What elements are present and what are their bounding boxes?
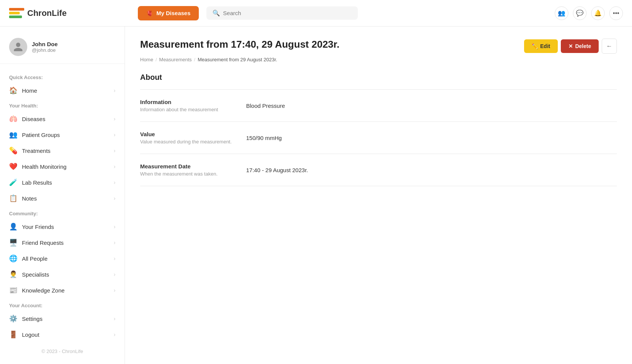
- chevron-right-icon: ›: [114, 163, 115, 170]
- back-button[interactable]: ←: [602, 39, 617, 54]
- info-label-information: Information: [140, 99, 246, 105]
- logo-bar-1: [9, 8, 24, 11]
- page-title: Measurement from 17:40, 29 August 2023r.: [140, 39, 339, 50]
- edit-button[interactable]: ✏️ Edit: [524, 39, 558, 53]
- nav-label-specialists: Specialists: [22, 271, 49, 278]
- info-row-information: Information Information about the measur…: [140, 90, 617, 122]
- sidebar-item-lab-results[interactable]: 🧪 Lab Results ›: [0, 174, 125, 190]
- search-input[interactable]: [223, 10, 352, 16]
- info-value-value: 150/90 mmHg: [246, 131, 617, 145]
- chat-icon-button[interactable]: 💬: [573, 6, 587, 20]
- user-name: John Doe: [32, 41, 58, 47]
- your-account-label: Your Account:: [0, 300, 125, 311]
- people-icon-button[interactable]: 👥: [555, 6, 568, 20]
- chevron-right-icon: ›: [114, 224, 115, 230]
- breadcrumb-measurements[interactable]: Measurements: [159, 57, 192, 62]
- my-diseases-button[interactable]: 🫀 My Diseases: [138, 6, 199, 20]
- avatar: [9, 38, 27, 56]
- sidebar-item-treatments[interactable]: 💊 Treatments ›: [0, 143, 125, 159]
- health-monitoring-icon: ❤️: [9, 162, 17, 171]
- chevron-right-icon: ›: [114, 287, 115, 293]
- page-header: Measurement from 17:40, 29 August 2023r.…: [140, 39, 617, 54]
- delete-label: Delete: [575, 43, 591, 49]
- breadcrumb-home[interactable]: Home: [140, 57, 153, 62]
- notification-icon-button[interactable]: 🔔: [591, 6, 605, 20]
- chevron-right-icon: ›: [114, 116, 115, 122]
- breadcrumb: Home / Measurements / Measurement from 2…: [140, 57, 617, 62]
- search-area: 🔍: [206, 6, 358, 20]
- home-icon: 🏠: [9, 86, 17, 95]
- info-value-measurement-date: 17:40 - 29 August 2023r.: [246, 163, 617, 177]
- friend-requests-icon: 🖥️: [9, 238, 17, 247]
- sidebar-item-settings[interactable]: ⚙️ Settings ›: [0, 311, 125, 327]
- info-label-value: Value: [140, 131, 246, 137]
- sidebar-item-diseases[interactable]: 🫁 Diseases ›: [0, 111, 125, 127]
- more-options-button[interactable]: •••: [609, 6, 623, 20]
- sidebar: John Doe @john.doe Quick Access: 🏠 Home …: [0, 26, 125, 364]
- layout: John Doe @john.doe Quick Access: 🏠 Home …: [0, 26, 632, 364]
- logo-text: ChronLife: [27, 8, 67, 18]
- page-actions: ✏️ Edit ✕ Delete ←: [524, 39, 617, 54]
- sidebar-item-logout[interactable]: 🚪 Logout ›: [0, 327, 125, 342]
- nav-label-your-friends: Your Friends: [22, 224, 54, 230]
- sidebar-item-friend-requests[interactable]: 🖥️ Friend Requests ›: [0, 235, 125, 250]
- user-handle: @john.doe: [32, 47, 58, 53]
- nav-label-settings: Settings: [22, 316, 42, 322]
- chevron-right-icon: ›: [114, 87, 115, 93]
- nav-label-lab-results: Lab Results: [22, 179, 52, 186]
- treatments-icon: 💊: [9, 146, 17, 155]
- nav-label-all-people: All People: [22, 255, 48, 262]
- footer: © 2023 - ChronLife: [0, 342, 125, 360]
- info-value-information: Blood Pressure: [246, 99, 617, 112]
- sidebar-item-patient-groups[interactable]: 👥 Patient Groups ›: [0, 127, 125, 143]
- settings-icon: ⚙️: [9, 314, 17, 323]
- info-row-measurement-date: Measurement Date When the measurement wa…: [140, 154, 617, 186]
- your-health-label: Your Health:: [0, 100, 125, 111]
- nav-label-patient-groups: Patient Groups: [22, 132, 60, 138]
- chevron-right-icon: ›: [114, 240, 115, 246]
- delete-button[interactable]: ✕ Delete: [561, 39, 599, 53]
- chevron-right-icon: ›: [114, 148, 115, 154]
- patient-groups-icon: 👥: [9, 131, 17, 139]
- chevron-right-icon: ›: [114, 331, 115, 338]
- edit-icon: ✏️: [532, 43, 538, 49]
- info-desc-value: Value measured during the measurement.: [140, 139, 246, 145]
- info-desc-measurement-date: When the measurement was taken.: [140, 171, 246, 177]
- avatar-icon: [13, 42, 23, 52]
- logo-bar-3: [9, 16, 22, 18]
- chevron-right-icon: ›: [114, 316, 115, 322]
- nav-label-friend-requests: Friend Requests: [22, 240, 64, 246]
- diseases-icon: 🫁: [9, 115, 17, 123]
- sidebar-item-notes[interactable]: 📋 Notes ›: [0, 190, 125, 206]
- chevron-right-icon: ›: [114, 132, 115, 138]
- all-people-icon: 🌐: [9, 254, 17, 263]
- about-title: About: [140, 73, 617, 82]
- sidebar-item-all-people[interactable]: 🌐 All People ›: [0, 250, 125, 266]
- delete-icon: ✕: [568, 43, 573, 49]
- sidebar-item-specialists[interactable]: 👨‍⚕️ Specialists ›: [0, 266, 125, 282]
- logo-bar-2: [9, 12, 20, 14]
- knowledge-zone-icon: 📰: [9, 286, 17, 294]
- your-friends-icon: 👤: [9, 222, 17, 231]
- sidebar-item-knowledge-zone[interactable]: 📰 Knowledge Zone ›: [0, 282, 125, 298]
- community-label: Community:: [0, 208, 125, 219]
- chevron-right-icon: ›: [114, 271, 115, 277]
- sidebar-item-health-monitoring[interactable]: ❤️ Health Monitoring ›: [0, 159, 125, 174]
- info-label-measurement-date: Measurement Date: [140, 163, 246, 170]
- sidebar-item-home[interactable]: 🏠 Home ›: [0, 82, 125, 98]
- footer-text: © 2023 - ChronLife: [41, 348, 83, 354]
- back-icon: ←: [606, 43, 612, 50]
- nav-label-home: Home: [22, 87, 37, 94]
- notes-icon: 📋: [9, 194, 17, 202]
- user-info: John Doe @john.doe: [32, 41, 58, 53]
- breadcrumb-current: Measurement from 29 August 2023r.: [198, 57, 277, 62]
- sidebar-item-your-friends[interactable]: 👤 Your Friends ›: [0, 219, 125, 235]
- edit-label: Edit: [540, 43, 550, 49]
- logo-area: ChronLife: [9, 8, 138, 19]
- nav-label-diseases: Diseases: [22, 116, 45, 122]
- nav-label-knowledge-zone: Knowledge Zone: [22, 287, 65, 294]
- logo-icon: [9, 8, 24, 19]
- info-row-value: Value Value measured during the measurem…: [140, 122, 617, 154]
- logout-icon: 🚪: [9, 330, 17, 339]
- my-diseases-label: My Diseases: [156, 10, 190, 16]
